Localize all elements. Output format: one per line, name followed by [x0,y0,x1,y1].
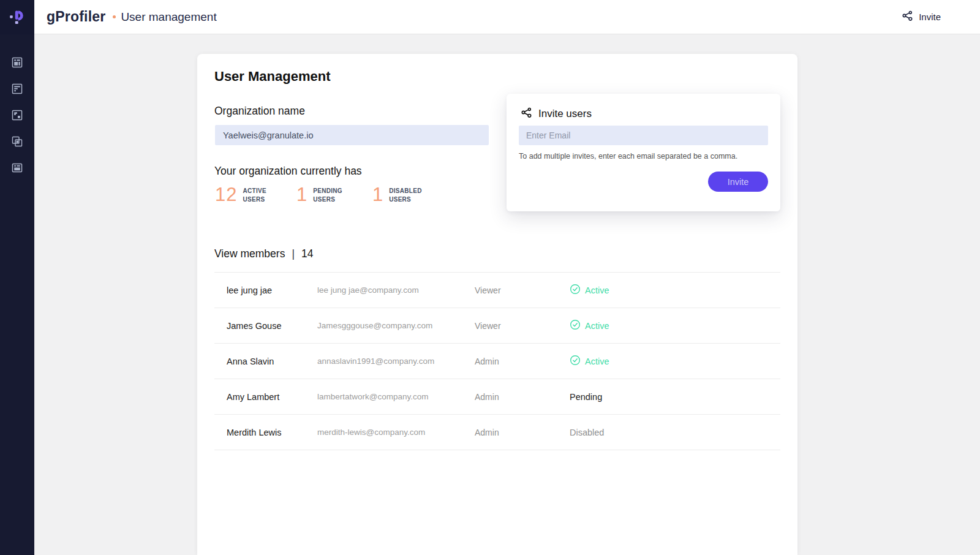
content-area: User Management Organization name Your o… [34,34,980,555]
table-row[interactable]: Amy Lambert lambertatwork@company.com Ad… [214,379,780,415]
member-role: Admin [475,392,570,402]
member-email: merdith-lewis@company.com [317,428,475,437]
table-row[interactable]: Merdith Lewis merdith-lewis@company.com … [214,415,780,450]
member-role: Viewer [475,321,570,331]
member-role: Admin [475,357,570,366]
corner-blocks-icon [10,108,24,122]
member-email: Jamesgggouse@company.com [317,321,475,330]
members-table: lee jung jae lee jung jae@company.com Vi… [214,272,780,450]
share-icon [902,10,913,24]
member-name: Amy Lambert [214,392,317,402]
member-status: Active [570,319,609,332]
stat-value: 1 [372,185,383,204]
header-invite-label: Invite [919,12,941,22]
member-name: James Gouse [214,321,317,331]
org-name-input[interactable] [215,125,489,145]
stat-label: DISABLED USERS [389,187,422,203]
invite-card-header: Invite users [521,107,592,121]
member-status: Active [570,355,609,368]
flamegraph-rows-icon [10,82,24,96]
table-view-icon [10,161,24,175]
member-name: lee jung jae [214,285,317,295]
stat-pending-users: 1 PENDING USERS [296,185,342,204]
status-label: Disabled [570,428,604,437]
view-members-label: View members [214,247,285,260]
invite-users-card: Invite users To add multiple invites, en… [507,94,780,211]
stat-value: 1 [296,185,307,204]
separator-dot [113,15,116,18]
share-icon [521,107,532,121]
invite-helper-text: To add multiple invites, enter each emai… [519,152,737,160]
member-name: Anna Slavin [214,357,317,366]
sidebar-item-table-view[interactable] [0,154,34,181]
member-status: Active [570,284,609,296]
stat-value: 12 [215,185,237,204]
table-row[interactable]: lee jung jae lee jung jae@company.com Vi… [214,273,780,308]
sidebar-item-flamegraph[interactable] [0,75,34,102]
page-title: User management [121,10,216,24]
sidebar-item-zoom-blocks[interactable] [0,102,34,128]
app-sidebar [0,0,34,555]
member-role: Viewer [475,285,570,295]
check-circle-icon [570,284,581,296]
invite-users-title: Invite users [538,108,592,120]
stat-label: PENDING USERS [313,187,342,203]
status-label: Active [585,285,609,295]
member-email: annaslavin1991@company.com [317,357,475,366]
member-email: lambertatwork@company.com [317,392,475,401]
status-label: Pending [570,392,602,402]
stat-active-users: 12 ACTIVE USERS [215,185,266,204]
brand-name: gProfiler [47,9,105,25]
app-header: gProfiler User management Invite [34,0,980,34]
stat-label: ACTIVE USERS [243,187,266,203]
members-separator: | [292,247,295,260]
dashboard-icon [10,56,24,69]
table-row[interactable]: James Gouse Jamesgggouse@company.com Vie… [214,308,780,344]
member-status: Pending [570,392,602,402]
member-role: Admin [475,428,570,437]
sidebar-nav [0,34,34,181]
brand-logo[interactable] [0,0,34,34]
page-heading: User Management [214,69,331,85]
compare-squares-icon [10,135,24,148]
invite-submit-button[interactable]: Invite [708,172,768,192]
stats-heading: Your organization currently has [214,165,362,178]
sidebar-item-compare[interactable] [0,128,34,154]
stat-disabled-users: 1 DISABLED USERS [372,185,422,204]
members-count: 14 [301,247,313,260]
status-label: Active [585,357,609,366]
stats-row: 12 ACTIVE USERS 1 PENDING USERS 1 DISABL… [215,185,422,204]
org-name-label: Organization name [214,105,305,118]
member-name: Merdith Lewis [214,428,317,437]
header-invite-button[interactable]: Invite [902,10,941,24]
check-circle-icon [570,319,581,332]
table-row[interactable]: Anna Slavin annaslavin1991@company.com A… [214,344,780,379]
members-heading: View members | 14 [214,247,313,260]
user-management-card: User Management Organization name Your o… [197,54,797,555]
sidebar-item-dashboard[interactable] [0,49,34,75]
check-circle-icon [570,355,581,368]
member-email: lee jung jae@company.com [317,285,475,295]
member-status: Disabled [570,428,604,437]
invite-email-input[interactable] [519,126,768,145]
status-label: Active [585,321,609,331]
gprofiler-logo-icon [8,7,26,28]
